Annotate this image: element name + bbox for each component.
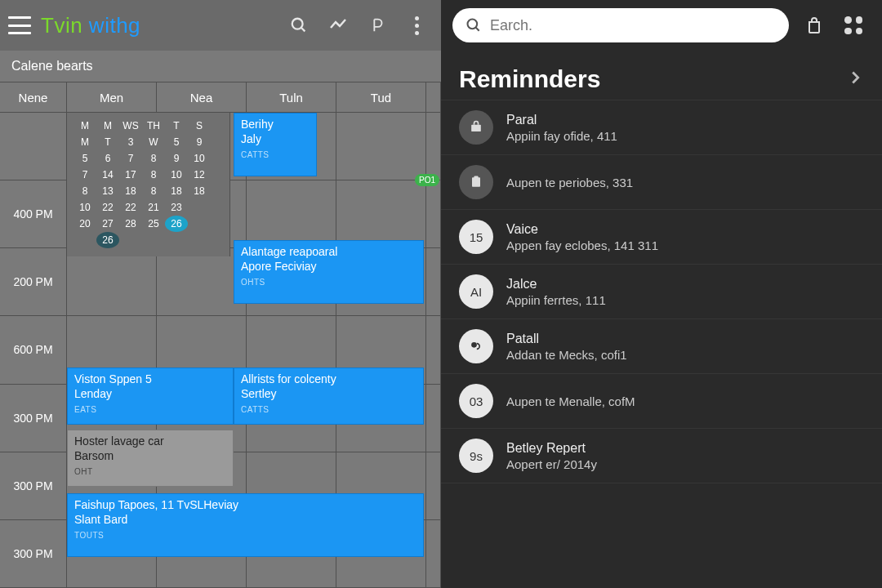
- time-label: 400 PM: [0, 180, 67, 248]
- time-label: 300 PM: [0, 520, 67, 588]
- reminder-item[interactable]: PatallAddan te Mecks, cofi1: [441, 319, 882, 374]
- apps-icon[interactable]: [840, 11, 867, 39]
- avatar: 15: [459, 220, 493, 254]
- trend-icon[interactable]: [322, 9, 354, 42]
- more-icon[interactable]: [400, 9, 433, 42]
- svg-point-7: [471, 342, 477, 348]
- search-field[interactable]: [452, 8, 789, 42]
- reminder-sub: Aupen te periobes, 331: [506, 176, 633, 189]
- reminder-sub: Appiin ferrtes, 111: [506, 293, 606, 307]
- event-block[interactable]: Alantage reapoaral Apore Feciviay OHTS: [234, 240, 424, 304]
- event-block[interactable]: Berihy Jaly CATTS: [234, 113, 317, 176]
- search-icon: [466, 17, 482, 33]
- chevron-right-icon[interactable]: [846, 69, 864, 90]
- time-label: [0, 113, 67, 180]
- calendar-body: 400 PM 200 PM 600 PM 300 PM 300 PM 300 P…: [0, 113, 441, 588]
- time-label: 300 PM: [0, 385, 67, 452]
- svg-rect-5: [472, 177, 480, 187]
- reminder-title: Vaice: [506, 222, 658, 237]
- reminders-pane: Reminnders ParalAppiin fay ofide, 411 Au…: [441, 0, 882, 588]
- search-icon[interactable]: [283, 9, 315, 42]
- day-col-1[interactable]: Men: [67, 82, 157, 112]
- reminder-title: Patall: [506, 332, 627, 346]
- avatar: 03: [459, 384, 493, 418]
- reminder-sub: Appiin fay ofide, 411: [506, 129, 617, 143]
- avatar: 9s: [459, 439, 493, 473]
- reminder-title: Betley Repert: [506, 441, 597, 456]
- time-label: 200 PM: [0, 248, 67, 316]
- right-topbar: [441, 0, 882, 51]
- svg-line-1: [301, 28, 305, 32]
- reminder-sub: Aupen te Menalle, cofM: [506, 394, 635, 408]
- svg-rect-6: [474, 176, 479, 179]
- reminder-sub: Appen fay eclobes, 141 311: [506, 238, 658, 252]
- reminder-item[interactable]: AI JalceAppiin ferrtes, 111: [441, 265, 882, 319]
- reminder-item[interactable]: 03 Aupen te Menalle, cofM: [441, 374, 882, 429]
- menu-icon[interactable]: [8, 16, 31, 34]
- reminder-title: Jalce: [506, 277, 606, 292]
- svg-line-3: [476, 28, 479, 31]
- svg-rect-4: [471, 125, 481, 131]
- avatar: [459, 165, 493, 199]
- svg-point-2: [468, 20, 478, 29]
- avatar: [459, 329, 493, 363]
- reminder-item[interactable]: ParalAppiin fay ofide, 411: [441, 100, 882, 155]
- day-col-0[interactable]: Nene: [0, 82, 67, 112]
- avatar: AI: [459, 274, 493, 309]
- calendar-section-label: Calene bearts: [0, 51, 441, 82]
- app-title: Tvin withg: [41, 13, 140, 38]
- month-mini-calendar[interactable]: MMWSTHTS MT3W59 5678910 7141781012 81318…: [67, 113, 230, 256]
- day-header-row: Nene Men Nea Tuln Tud: [0, 82, 441, 113]
- event-chip[interactable]: PO1: [415, 174, 439, 186]
- reminder-title: Paral: [506, 113, 617, 127]
- reminder-item[interactable]: Aupen te periobes, 331: [441, 155, 882, 210]
- day-col-4[interactable]: Tud: [336, 82, 426, 112]
- bag-icon[interactable]: [800, 11, 828, 39]
- calendar-pane: Tvin withg Calene bearts Nene Men Nea Tu…: [0, 0, 441, 588]
- reminder-item[interactable]: 15 VaiceAppen fay eclobes, 141 311: [441, 210, 882, 265]
- event-block[interactable]: Allrists for colcenty Sertley CATTS: [234, 368, 424, 425]
- day-col-3[interactable]: Tuln: [247, 82, 336, 112]
- reminder-sub: Addan te Mecks, cofi1: [506, 348, 627, 362]
- day-col-5: [426, 82, 441, 112]
- reminders-header: Reminnders: [441, 51, 882, 100]
- left-topbar: Tvin withg: [0, 0, 441, 51]
- event-block[interactable]: Faishup Tapoes, 11 TvSLHeviay Slant Bard…: [67, 493, 424, 557]
- event-block[interactable]: Hoster lavage car Barsom OHT: [67, 430, 234, 487]
- panel-title: Reminnders: [459, 65, 600, 93]
- avatar: [459, 110, 493, 145]
- day-col-2[interactable]: Nea: [157, 82, 247, 112]
- reminder-item[interactable]: 9s Betley RepertAopert er/ 2014y: [441, 429, 882, 483]
- search-input[interactable]: [490, 17, 776, 34]
- reminder-sub: Aopert er/ 2014y: [506, 457, 597, 471]
- time-column: 400 PM 200 PM 600 PM 300 PM 300 PM 300 P…: [0, 113, 67, 588]
- svg-point-0: [292, 19, 303, 29]
- p-icon[interactable]: [361, 9, 394, 42]
- reminders-list: ParalAppiin fay ofide, 411 Aupen te peri…: [441, 100, 882, 588]
- event-block[interactable]: Viston Sppen 5 Lenday EATS: [67, 368, 234, 425]
- time-label: 600 PM: [0, 316, 67, 384]
- time-label: 300 PM: [0, 452, 67, 520]
